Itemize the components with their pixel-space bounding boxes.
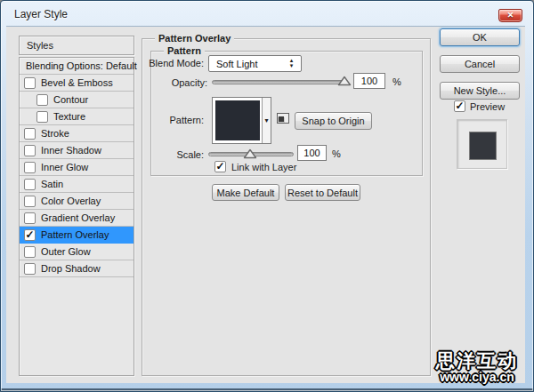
style-checkbox[interactable] <box>24 77 36 89</box>
new-pattern-icon[interactable] <box>277 113 289 124</box>
style-checkbox[interactable] <box>36 111 48 123</box>
stepper-icon: ▴ ▾ <box>287 58 295 68</box>
sidebar-item-inner-glow[interactable]: Inner Glow <box>20 159 134 176</box>
scale-label: Scale: <box>142 149 204 160</box>
preview-label: Preview <box>470 101 505 112</box>
style-preview <box>457 119 507 169</box>
layer-style-dialog: Layer Style ✕ Styles Blending Options: D… <box>0 0 534 392</box>
sidebar-item-label: Gradient Overlay <box>41 212 115 223</box>
sidebar-item-label: Bevel & Emboss <box>41 77 113 88</box>
scale-slider-thumb[interactable] <box>243 147 257 157</box>
blend-mode-select[interactable]: Soft Light ▴ ▾ <box>208 55 302 72</box>
sidebar-item-satin[interactable]: Satin <box>20 176 134 193</box>
blend-mode-value: Soft Light <box>216 59 257 69</box>
opacity-slider-track[interactable] <box>212 80 346 84</box>
sidebar-item-label: Contour <box>53 94 88 105</box>
pattern-label: Pattern: <box>142 115 204 125</box>
title-bar[interactable]: Layer Style ✕ <box>2 2 532 26</box>
sidebar-item-bevel-emboss[interactable]: Bevel & Emboss <box>20 75 134 92</box>
scale-unit: % <box>332 148 341 159</box>
style-checkbox[interactable] <box>24 162 36 173</box>
close-icon[interactable]: ✕ <box>498 9 522 22</box>
sidebar-item-label: Pattern Overlay <box>41 229 109 240</box>
ok-button[interactable]: OK <box>440 28 520 46</box>
sidebar-item-stroke[interactable]: Stroke <box>20 125 134 142</box>
cancel-button[interactable]: Cancel <box>440 55 520 73</box>
pattern-overlay-group-title: Pattern Overlay <box>155 33 234 44</box>
reset-to-default-button[interactable]: Reset to Default <box>285 184 360 201</box>
style-checkbox[interactable] <box>24 179 36 190</box>
sidebar-item-drop-shadow[interactable]: Drop Shadow <box>20 260 134 277</box>
sidebar-item-label: Color Overlay <box>41 196 101 206</box>
style-checkbox[interactable] <box>24 263 36 275</box>
sidebar-item-texture[interactable]: Texture <box>20 108 134 125</box>
style-checkbox[interactable] <box>24 145 36 156</box>
pattern-dropdown-arrow-icon[interactable]: ▾ <box>262 98 271 143</box>
preview-checkbox[interactable]: ✓ <box>454 100 465 112</box>
snap-to-origin-button[interactable]: Snap to Origin <box>295 112 372 130</box>
opacity-slider-thumb[interactable] <box>337 74 352 84</box>
style-checkbox[interactable] <box>24 246 36 258</box>
pattern-picker[interactable]: ▾ <box>212 97 271 144</box>
sidebar-item-blending-options-default[interactable]: Blending Options: Default <box>20 58 134 75</box>
opacity-input[interactable]: 100 <box>353 73 385 89</box>
stepper-down-icon: ▾ <box>287 63 295 68</box>
styles-list: Blending Options: Default Bevel & Emboss… <box>19 57 134 376</box>
sidebar-item-label: Texture <box>53 111 85 122</box>
style-checkbox[interactable] <box>24 212 36 224</box>
link-with-layer-label: Link with Layer <box>231 162 296 172</box>
sidebar-item-inner-shadow[interactable]: Inner Shadow <box>20 142 134 159</box>
blend-mode-label: Blend Mode: <box>142 58 204 68</box>
sidebar-item-label: Stroke <box>41 128 69 139</box>
sidebar-item-label: Inner Shadow <box>41 145 101 156</box>
sidebar-item-color-overlay[interactable]: Color Overlay <box>20 193 134 210</box>
style-preview-swatch <box>470 132 496 159</box>
opacity-label: Opacity: <box>142 77 207 88</box>
style-checkbox[interactable] <box>36 94 48 106</box>
opacity-unit: % <box>392 76 401 87</box>
sidebar-item-outer-glow[interactable]: Outer Glow <box>20 244 134 260</box>
style-checkbox[interactable] <box>24 128 36 140</box>
styles-header-label: Styles <box>27 40 53 51</box>
pattern-swatch[interactable] <box>215 100 260 140</box>
make-default-button[interactable]: Make Default <box>212 184 279 201</box>
sidebar-item-pattern-overlay[interactable]: ✓ Pattern Overlay <box>20 227 134 244</box>
sidebar-item-label: Drop Shadow <box>41 263 101 274</box>
sidebar-item-label: Outer Glow <box>41 246 91 257</box>
scale-input[interactable]: 100 <box>297 145 327 161</box>
sidebar-item-gradient-overlay[interactable]: Gradient Overlay <box>20 210 134 227</box>
styles-header: Styles <box>19 36 134 55</box>
sidebar-item-contour[interactable]: Contour <box>20 92 134 108</box>
sidebar-item-label: Blending Options: Default <box>26 60 137 71</box>
sidebar-item-label: Satin <box>41 179 63 189</box>
window-title: Layer Style <box>14 8 68 20</box>
style-checkbox[interactable] <box>24 196 36 207</box>
sidebar-item-label: Inner Glow <box>41 162 88 172</box>
pattern-group-title: Pattern <box>164 45 205 56</box>
new-style-button[interactable]: New Style... <box>440 82 520 100</box>
link-with-layer-checkbox[interactable]: ✓ <box>214 161 226 172</box>
style-checkbox[interactable]: ✓ <box>24 229 36 241</box>
